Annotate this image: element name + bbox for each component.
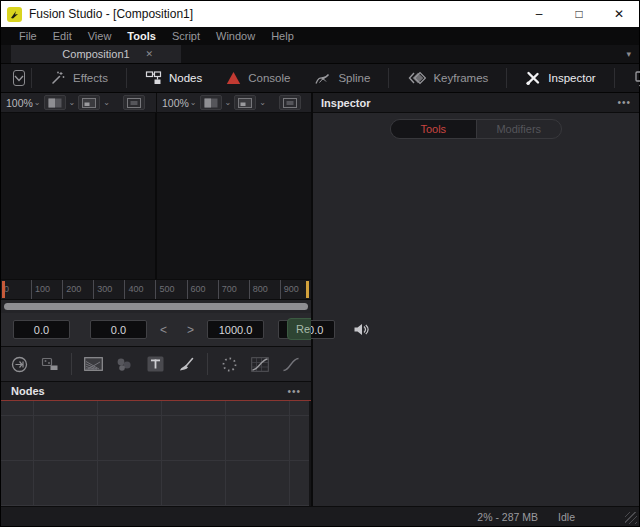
memory-usage: 2% - 287 MB [477, 511, 538, 523]
tab-composition1[interactable]: Composition1 ✕ [11, 45, 181, 63]
monitor-chevron-icon [633, 70, 640, 87]
ruler-tick: 700 [218, 280, 249, 299]
viewer-area [1, 113, 311, 279]
ruler-tick: 500 [155, 280, 186, 299]
timeline-ruler[interactable]: 0 100 200 300 400 500 600 700 800 900 [1, 279, 311, 299]
window-title: Fusion Studio - [Composition1] [29, 7, 193, 21]
scrollbar-thumb[interactable] [4, 303, 308, 310]
subview-button[interactable] [234, 95, 256, 110]
warning-triangle-icon [226, 71, 241, 85]
chevron-down-icon[interactable]: ⌄ [259, 99, 266, 107]
tab-close-icon[interactable]: ✕ [145, 49, 153, 59]
fusion-window: Fusion Studio - [Composition1] – □ ✕ Fil… [0, 0, 640, 527]
maximize-button[interactable]: □ [559, 1, 599, 27]
timeline-scrollbar [1, 299, 311, 313]
nodes-button[interactable]: Nodes [133, 64, 214, 92]
next-key-button[interactable]: > [180, 323, 201, 337]
text-tool-button[interactable] [145, 355, 165, 373]
toolbar-separator [126, 68, 127, 88]
stacked-diamonds-icon [407, 70, 426, 86]
spline-button[interactable]: Spline [302, 64, 382, 92]
menu-window[interactable]: Window [208, 27, 263, 45]
inspector-button[interactable]: Inspector [513, 64, 607, 92]
menu-view[interactable]: View [80, 27, 120, 45]
inspector-menu-button[interactable]: ••• [617, 97, 631, 108]
console-button[interactable]: Console [214, 64, 302, 92]
loader-tool-button[interactable] [9, 355, 29, 373]
tab-modifiers[interactable]: Modifiers [477, 120, 562, 138]
paint-tool-button[interactable] [176, 355, 196, 373]
paint-brush-icon [178, 356, 195, 372]
zoom-value: 100% [6, 97, 33, 109]
title-bar[interactable]: Fusion Studio - [Composition1] – □ ✕ [1, 1, 639, 27]
main-area: 100% ⌄ ⌄ ⌄ [1, 93, 639, 506]
nodes-panel-menu-button[interactable]: ••• [287, 386, 301, 397]
viewer-left-canvas[interactable] [1, 113, 155, 279]
inspector-label: Inspector [548, 72, 595, 84]
menu-help[interactable]: Help [263, 27, 302, 45]
shelf-separator [71, 353, 72, 375]
toolbar-separator [31, 68, 32, 88]
saver-icon [41, 356, 59, 372]
loader-icon [11, 356, 28, 373]
effects-button[interactable]: Effects [38, 64, 120, 92]
fastnoise-icon [115, 357, 133, 372]
background-tool-button[interactable] [83, 355, 103, 373]
tab-overflow-icon[interactable]: ▾ [626, 45, 631, 63]
node-editor-canvas[interactable] [1, 401, 311, 506]
prev-key-button[interactable]: < [153, 323, 174, 337]
minimize-button[interactable]: – [519, 1, 559, 27]
speaker-icon [353, 323, 369, 336]
range-end-field[interactable] [207, 320, 264, 339]
crossed-tools-icon [525, 70, 541, 86]
chevron-down-icon[interactable]: ⌄ [225, 99, 232, 107]
menu-edit[interactable]: Edit [45, 27, 80, 45]
viewer-right-controls: 100% ⌄ ⌄ ⌄ [156, 93, 311, 112]
viewer-right-zoom-dropdown[interactable]: 100% ⌄ [162, 97, 197, 109]
keyframes-button[interactable]: Keyframes [395, 64, 500, 92]
roi-button[interactable] [279, 95, 301, 110]
roi-button[interactable] [123, 95, 145, 110]
particles-tool-button[interactable] [219, 355, 239, 373]
chevron-down-icon[interactable]: ⌄ [103, 99, 110, 107]
inspector-tabs-row: Tools Modifiers [313, 113, 639, 145]
subview-button[interactable] [78, 95, 100, 110]
background-icon [84, 357, 103, 371]
range-start-field[interactable] [90, 320, 147, 339]
menu-tools[interactable]: Tools [119, 27, 164, 45]
colorcurves-tool-button[interactable] [250, 355, 270, 373]
audio-mute-button[interactable] [353, 323, 369, 336]
viewer-left-controls: 100% ⌄ ⌄ ⌄ [1, 93, 156, 112]
particles-icon [221, 356, 238, 373]
toolbar-separator [388, 68, 389, 88]
render-button[interactable]: Render [287, 318, 311, 340]
spline-curve-icon [314, 70, 331, 86]
view-layout-toggle-button[interactable] [13, 70, 25, 86]
global-start-field[interactable] [13, 320, 70, 339]
saver-tool-button[interactable] [40, 355, 60, 373]
ab-split-button[interactable] [44, 95, 66, 110]
fastnoise-tool-button[interactable] [114, 355, 134, 373]
nodes-panel-header: Nodes ••• [1, 381, 311, 401]
viewer-left-zoom-dropdown[interactable]: 100% ⌄ [6, 97, 41, 109]
left-panel: 100% ⌄ ⌄ ⌄ [1, 93, 311, 506]
playhead-marker[interactable] [2, 281, 5, 298]
colorcorrector-tool-button[interactable] [281, 355, 301, 373]
chevron-down-icon[interactable]: ⌄ [69, 99, 76, 107]
menu-file[interactable]: File [11, 27, 45, 45]
viewer-right-canvas[interactable] [157, 113, 311, 279]
tab-tools[interactable]: Tools [391, 120, 477, 138]
external-monitor-button[interactable] [621, 70, 640, 87]
resize-grip[interactable] [625, 512, 637, 524]
range-end-marker[interactable] [306, 281, 309, 298]
main-toolbar: Effects Nodes Console Spline Keyframes I… [1, 63, 639, 93]
close-button[interactable]: ✕ [599, 1, 639, 27]
inspector-panel: Inspector ••• Tools Modifiers [313, 93, 639, 506]
viewer-control-bar: 100% ⌄ ⌄ ⌄ [1, 93, 311, 113]
menu-script[interactable]: Script [164, 27, 208, 45]
inspector-title: Inspector [321, 97, 371, 109]
effects-label: Effects [73, 72, 108, 84]
tab-label: Composition1 [62, 48, 129, 60]
color-corrector-icon [282, 357, 300, 372]
ab-split-button[interactable] [200, 95, 222, 110]
